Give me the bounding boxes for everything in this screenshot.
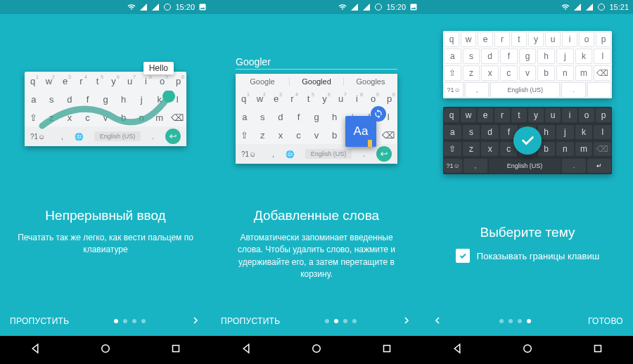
panel-title: Выберите тему	[437, 225, 618, 240]
next-arrow[interactable]	[401, 315, 412, 328]
key-v: v	[519, 65, 537, 81]
sym-key: ?1☺	[241, 150, 261, 158]
nav-recent[interactable]	[170, 342, 182, 358]
key-k: k	[575, 125, 593, 139]
footer-row: ПРОПУСТИТЬ	[211, 306, 422, 336]
key-y: y	[528, 32, 544, 47]
signal-icon	[350, 3, 359, 11]
key-l: l	[169, 94, 187, 105]
globe-icon: 🌐	[75, 133, 83, 141]
key-e: e	[478, 32, 493, 47]
copy-block: Выберите тему Показывать границы клавиш	[422, 221, 633, 306]
done-button[interactable]: ГОТОВО	[588, 316, 623, 326]
key-h: h	[326, 112, 344, 122]
key-y: y6	[316, 93, 333, 104]
key-a: a	[444, 125, 461, 139]
nav-back[interactable]	[240, 342, 252, 358]
nav-back[interactable]	[451, 342, 463, 358]
key-b: b	[326, 130, 344, 141]
lang-pill: English (US)	[490, 82, 560, 98]
lang-pill: English (US)	[489, 159, 561, 173]
typed-field: Googler	[236, 54, 397, 70]
key-z: z	[463, 142, 480, 156]
key-borders-checkbox[interactable]	[456, 249, 470, 263]
suggestion-3[interactable]: Googles	[344, 77, 397, 86]
key-p: p0	[170, 76, 186, 86]
panel-title: Непрерывный ввод	[15, 208, 196, 223]
nav-home[interactable]	[521, 342, 534, 358]
nav-home[interactable]	[99, 342, 112, 358]
lang-pill: English (US)	[305, 149, 352, 159]
panel-gesture: 15:20 Hello q1w2e3r4t5y6u7i8o9p0 asdfghj…	[0, 0, 211, 364]
theme-selected-check	[513, 126, 542, 155]
key-h: h	[537, 48, 555, 64]
status-time: 15:20	[386, 3, 406, 11]
illustration-words: Googler Google Googled Googles q1w2e3r4t…	[211, 14, 422, 204]
key-u: u	[545, 108, 561, 122]
skip-button[interactable]: ПРОПУСТИТЬ	[221, 316, 280, 326]
key-x: x	[481, 65, 499, 81]
key-s: s	[463, 125, 480, 139]
key-x: x	[271, 130, 290, 141]
image-icon	[409, 3, 418, 11]
key-o: o	[579, 108, 594, 122]
signal-icon-2	[151, 3, 160, 11]
svg-point-5	[313, 345, 321, 353]
theme-light[interactable]: qwertyuiop asdfghjkl ⇧zxcvbnm⌫ ?1☺ , Eng…	[443, 31, 612, 98]
key-w: w2	[41, 76, 57, 86]
nav-recent[interactable]	[381, 342, 393, 358]
theme-dark[interactable]: qwertyuiop asdfghjkl ⇧zxcvbnm⌫ ?1☺ , Eng…	[443, 107, 612, 174]
sym-key: ?1☺	[444, 159, 462, 173]
key-t: t	[511, 32, 527, 47]
key-r: r4	[284, 93, 300, 104]
signal-icon	[573, 3, 582, 11]
key-r: r4	[73, 76, 89, 86]
key-f: f	[500, 48, 518, 64]
key-t: t	[511, 108, 527, 122]
panel-desc: Автоматически запоминает введенные слова…	[226, 232, 407, 281]
key-t: t5	[89, 76, 106, 86]
key-a: a	[25, 94, 43, 105]
key-q: q1	[25, 76, 41, 86]
key-n: n	[132, 112, 151, 123]
key-g: g	[519, 48, 537, 64]
key-z: z	[43, 112, 61, 123]
key-d: d	[481, 48, 499, 64]
key-c: c	[500, 65, 518, 81]
shift-key: ⇧	[25, 112, 43, 123]
key-q: q	[444, 108, 459, 122]
suggestion-2[interactable]: Googled	[290, 77, 344, 86]
key-m: m	[575, 65, 593, 81]
key-k: k	[151, 94, 169, 105]
footer-row: ПРОПУСТИТЬ	[0, 306, 211, 336]
key-q: q	[444, 32, 459, 47]
nav-home[interactable]	[310, 342, 323, 358]
key-r: r	[494, 108, 510, 122]
page-dots	[325, 319, 357, 323]
key-a: a	[236, 112, 254, 122]
key-k: k	[575, 48, 593, 64]
key-g: g	[96, 94, 115, 105]
svg-rect-9	[595, 346, 601, 352]
globe-icon: 🌐	[286, 150, 294, 158]
suggestion-1[interactable]: Google	[236, 77, 290, 86]
skip-button[interactable]: ПРОПУСТИТЬ	[10, 316, 69, 326]
key-e: e3	[57, 76, 73, 86]
swipe-tooltip: Hello	[143, 62, 174, 74]
svg-point-8	[524, 345, 532, 353]
key-borders-label: Показывать границы клавиш	[477, 251, 599, 261]
next-arrow[interactable]	[190, 315, 201, 328]
key-u: u7	[333, 93, 349, 104]
key-b: b	[537, 65, 555, 81]
enter-key: ↵	[587, 159, 611, 173]
nav-recent[interactable]	[592, 342, 604, 358]
prev-arrow[interactable]	[432, 315, 443, 328]
backspace-key: ⌫	[169, 112, 187, 123]
enter-key	[165, 129, 181, 144]
key-v: v	[307, 130, 326, 141]
key-c: c	[79, 112, 97, 123]
dictionary-badge: Aa	[345, 110, 382, 147]
sym-key: ?1☺	[444, 82, 463, 98]
key-z: z	[463, 65, 480, 81]
nav-back[interactable]	[29, 342, 41, 358]
